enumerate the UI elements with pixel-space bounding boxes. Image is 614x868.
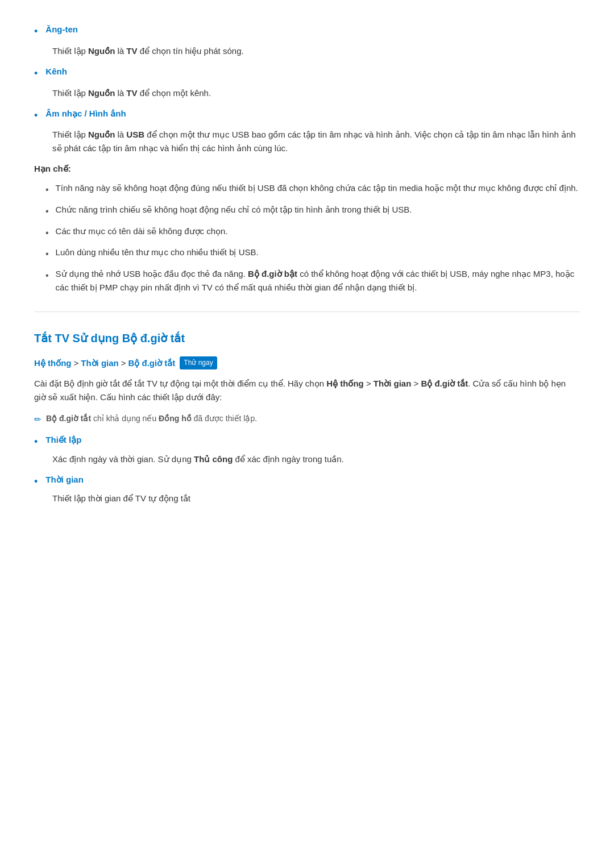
hanche-text-4: Luôn dùng nhiều tên thư mục cho nhiều th… — [56, 246, 259, 259]
sub-dot-5: • — [45, 268, 49, 283]
angten-title: Ăng-ten — [45, 23, 78, 36]
breadcrumb-thoigian: Thời gian — [81, 356, 119, 370]
tatt-bold-bodgio: Bộ đ.giờ tắt — [421, 379, 468, 388]
bullet-dot-kenh: • — [34, 65, 38, 82]
thoigian-title: Thời gian — [45, 473, 84, 487]
hanche-text-2: Chức năng trình chiếu sẽ không hoạt động… — [56, 203, 412, 217]
thu-ngay-badge: Thử ngay — [180, 356, 217, 369]
kenh-bold1: Nguồn — [88, 88, 115, 98]
thietlap-desc: Xác định ngày và thời gian. Sử dụng Thủ … — [52, 452, 580, 466]
usb-bold: Bộ đ.giờ bật — [248, 269, 297, 279]
hanche-item-5: • Sử dụng thẻ nhớ USB hoặc đầu đọc thẻ đ… — [45, 267, 580, 294]
tatt-intro: Cài đặt Bộ định giờ tắt để tắt TV tự độn… — [34, 377, 580, 404]
thietlap-bold: Thủ công — [194, 454, 233, 464]
hanche-item-3: • Các thư mục có tên dài sẽ không được c… — [45, 225, 580, 240]
amnhac-bullet: • Âm nhạc / Hình ảnh — [34, 107, 580, 124]
breadcrumb-bodgio: Bộ đ.giờ tắt — [128, 356, 176, 370]
angten-bold2: TV — [126, 46, 137, 56]
tatt-bold-thoigian: Thời gian — [374, 379, 412, 388]
tatt-section-title: Tắt TV Sử dụng Bộ đ.giờ tắt — [34, 329, 580, 347]
bullet-dot-thoigian: • — [34, 474, 38, 490]
bullet-dot-amnhac: • — [34, 107, 38, 124]
hanche-text-3: Các thư mục có tên dài sẽ không được chọ… — [56, 225, 228, 238]
kenh-bold2: TV — [126, 88, 137, 98]
section-divider — [34, 312, 580, 312]
amnhac-title: Âm nhạc / Hình ảnh — [45, 107, 126, 121]
sub-dot-2: • — [45, 204, 49, 219]
thoigian-desc: Thiết lập thời gian để TV tự động tắt — [52, 492, 580, 505]
hanche-text-1: Tính năng này sẽ không hoạt động đúng nế… — [56, 181, 578, 195]
hanche-item-4: • Luôn dùng nhiều tên thư mục cho nhiều … — [45, 246, 580, 261]
hanche-item-2: • Chức năng trình chiếu sẽ không hoạt độ… — [45, 203, 580, 219]
hanche-text-5: Sử dụng thẻ nhớ USB hoặc đầu đọc thẻ đa … — [56, 267, 580, 294]
kenh-bullet: • Kênh — [34, 65, 580, 82]
note-text: Bộ đ.giờ tắt chỉ khả dụng nếu Đồng hồ đã… — [46, 412, 257, 425]
kenh-desc: Thiết lập Nguồn là TV để chọn một kênh. — [52, 86, 580, 100]
breadcrumb-hethong: Hệ thống — [34, 356, 71, 370]
angten-bullet: • Ăng-ten — [34, 23, 580, 40]
bullet-dot-thietlap: • — [34, 434, 38, 450]
pencil-icon: ✏ — [34, 413, 42, 426]
amnhac-bold1: Nguồn — [88, 130, 115, 139]
note-line: ✏ Bộ đ.giờ tắt chỉ khả dụng nếu Đồng hồ … — [34, 412, 580, 426]
thietlap-title: Thiết lập — [45, 433, 81, 447]
thoigian-bullet: • Thời gian — [34, 473, 580, 490]
breadcrumb: Hệ thống > Thời gian > Bộ đ.giờ tắt Thử … — [34, 356, 580, 370]
tatt-bold-hethong: Hệ thống — [326, 379, 363, 388]
kenh-title: Kênh — [45, 65, 67, 78]
sub-dot-4: • — [45, 247, 49, 261]
angten-desc: Thiết lập Nguồn là TV để chọn tín hiệu p… — [52, 44, 580, 58]
bullet-dot-angten: • — [34, 23, 38, 40]
hanche-item-1: • Tính năng này sẽ không hoạt động đúng … — [45, 181, 580, 197]
sub-dot-1: • — [45, 182, 49, 197]
thietlap-bullet: • Thiết lập — [34, 433, 580, 450]
sub-dot-3: • — [45, 226, 49, 240]
hanche-heading: Hạn chế: — [34, 162, 580, 176]
breadcrumb-sep-2: > — [121, 356, 126, 370]
amnhac-bold2: USB — [126, 130, 144, 139]
amnhac-desc: Thiết lập Nguồn là USB để chọn một thư m… — [52, 128, 580, 155]
angten-bold1: Nguồn — [88, 46, 115, 56]
breadcrumb-sep-1: > — [73, 356, 78, 370]
